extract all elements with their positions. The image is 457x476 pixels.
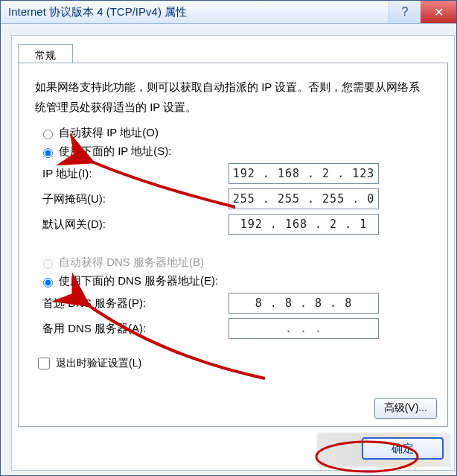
- button-row: 确定: [362, 437, 444, 460]
- gw-field[interactable]: 192 . 168 . 2 . 1: [228, 214, 379, 235]
- pref-dns-label: 首选 DNS 服务器(P):: [42, 296, 228, 311]
- ip-label: IP 地址(I):: [42, 167, 228, 181]
- help-button[interactable]: ?: [389, 1, 421, 23]
- dialog-window: Internet 协议版本 4 (TCP/IPv4) 属性 ? ✕ 常规 如果网…: [0, 0, 457, 476]
- radio-manual-dns-input[interactable]: [43, 278, 53, 288]
- dns-rows: 首选 DNS 服务器(P): 8 . 8 . 8 . 8 备用 DNS 服务器(…: [42, 293, 431, 339]
- radio-manual-ip-label: 使用下面的 IP 地址(S):: [59, 145, 171, 159]
- gw-label: 默认网关(D):: [42, 218, 228, 232]
- advanced-button[interactable]: 高级(V)...: [374, 398, 437, 419]
- row-alt-dns: 备用 DNS 服务器(A): . . .: [42, 318, 431, 339]
- mask-label: 子网掩码(U):: [42, 192, 228, 206]
- tab-page: 如果网络支持此功能，则可以获取自动指派的 IP 设置。否则，您需要从网络系统管理…: [18, 63, 448, 427]
- alt-dns-field[interactable]: . . .: [228, 318, 379, 339]
- ok-button[interactable]: 确定: [362, 437, 444, 460]
- client-area: 常规 如果网络支持此功能，则可以获取自动指派的 IP 设置。否则，您需要从网络系…: [11, 35, 455, 471]
- close-button[interactable]: ✕: [421, 1, 456, 23]
- radio-manual-dns[interactable]: 使用下面的 DNS 服务器地址(E):: [39, 274, 431, 288]
- window-title: Internet 协议版本 4 (TCP/IPv4) 属性: [8, 5, 389, 19]
- radio-manual-dns-label: 使用下面的 DNS 服务器地址(E):: [59, 274, 218, 288]
- alt-dns-label: 备用 DNS 服务器(A):: [42, 322, 228, 336]
- radio-auto-ip-input[interactable]: [43, 130, 53, 139]
- ip-rows: IP 地址(I): 192 . 168 . 2 . 123 子网掩码(U): 2…: [42, 163, 431, 235]
- radio-auto-dns-input: [43, 259, 53, 269]
- title-bar: Internet 协议版本 4 (TCP/IPv4) 属性 ? ✕: [1, 1, 456, 24]
- radio-auto-ip-label: 自动获得 IP 地址(O): [59, 126, 159, 140]
- titlebar-buttons: ? ✕: [389, 1, 456, 23]
- row-mask: 子网掩码(U): 255 . 255 . 255 . 0: [42, 188, 431, 209]
- radio-auto-dns-label: 自动获得 DNS 服务器地址(B): [59, 256, 204, 270]
- ip-field[interactable]: 192 . 168 . 2 . 123: [228, 163, 379, 184]
- validate-checkbox[interactable]: [38, 358, 50, 369]
- description-text: 如果网络支持此功能，则可以获取自动指派的 IP 设置。否则，您需要从网络系统管理…: [35, 77, 431, 117]
- row-ip: IP 地址(I): 192 . 168 . 2 . 123: [42, 163, 431, 184]
- pref-dns-field[interactable]: 8 . 8 . 8 . 8: [228, 293, 379, 314]
- mask-field[interactable]: 255 . 255 . 255 . 0: [228, 188, 379, 209]
- validate-label: 退出时验证设置(L): [56, 357, 141, 370]
- radio-auto-dns: 自动获得 DNS 服务器地址(B): [39, 256, 431, 270]
- radio-auto-ip[interactable]: 自动获得 IP 地址(O): [39, 126, 431, 140]
- validate-row: 退出时验证设置(L): [35, 355, 431, 372]
- row-gw: 默认网关(D): 192 . 168 . 2 . 1: [42, 214, 431, 235]
- row-pref-dns: 首选 DNS 服务器(P): 8 . 8 . 8 . 8: [42, 293, 431, 314]
- radio-manual-ip-input[interactable]: [43, 148, 53, 158]
- radio-manual-ip[interactable]: 使用下面的 IP 地址(S):: [39, 145, 431, 159]
